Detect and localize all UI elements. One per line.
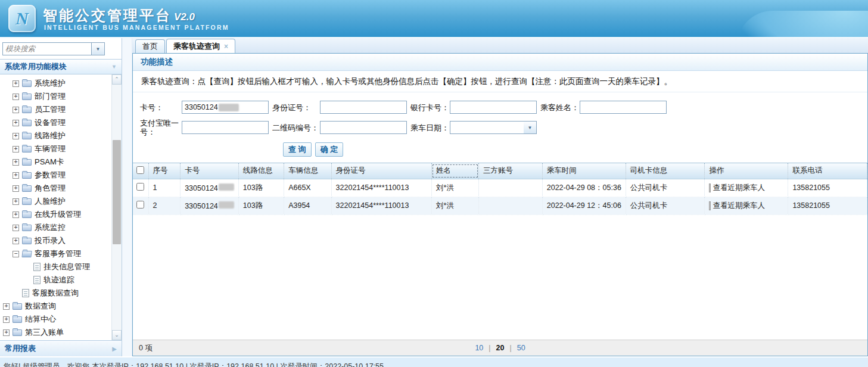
module-search-dropdown-button[interactable]: ▼ <box>92 42 105 55</box>
column-header[interactable]: 序号 <box>148 163 181 179</box>
tree-item[interactable]: +员工管理 <box>0 103 111 116</box>
expand-icon[interactable]: + <box>13 159 19 166</box>
tree-item[interactable]: +参数管理 <box>0 169 111 182</box>
column-header[interactable]: 乘车时间 <box>542 163 626 179</box>
tree-item[interactable]: +人脸维护 <box>0 195 111 208</box>
tree-item[interactable]: +投币录入 <box>0 234 111 247</box>
tree-item[interactable]: +角色管理 <box>0 182 111 195</box>
expand-icon[interactable]: + <box>13 172 19 179</box>
sidebar-splitter[interactable] <box>122 38 132 356</box>
alipay-id-input[interactable] <box>182 121 269 134</box>
tree-item-label[interactable]: 第三入账单 <box>25 327 64 338</box>
tree-item[interactable]: +线路维护 <box>0 129 111 142</box>
expand-icon[interactable]: + <box>13 238 19 244</box>
tab-close-icon[interactable]: × <box>224 42 228 51</box>
tree-item-label[interactable]: 挂失信息管理 <box>43 262 90 272</box>
card-number-input[interactable]: 33050124 <box>182 101 269 114</box>
tab-home[interactable]: 首页 <box>135 39 165 53</box>
tree-item[interactable]: +PSAM卡 <box>0 155 111 169</box>
expand-icon[interactable]: + <box>13 212 19 218</box>
tree-item-label[interactable]: 部门管理 <box>35 91 66 102</box>
id-card-input[interactable] <box>320 101 407 114</box>
page-size-option[interactable]: 10 <box>475 344 483 352</box>
sidebar-section-common-modules[interactable]: 系统常用功能模块 ▼ <box>0 59 122 74</box>
column-header[interactable]: 姓名 <box>431 163 478 179</box>
row-checkbox[interactable] <box>136 183 144 191</box>
column-header[interactable]: 操作 <box>705 163 788 179</box>
select-all-checkbox[interactable] <box>136 166 144 174</box>
ride-date-dropdown-button[interactable]: ▼ <box>524 121 537 134</box>
ride-date-combo[interactable]: ▼ <box>450 121 537 134</box>
scroll-up-icon[interactable]: ⌃ <box>112 74 122 85</box>
tree-item[interactable]: 挂失信息管理 <box>0 260 111 273</box>
column-header[interactable]: 卡号 <box>181 163 239 179</box>
tree-item-label[interactable]: 角色管理 <box>35 183 66 194</box>
scrollbar-thumb[interactable] <box>113 140 121 244</box>
tree-item[interactable]: +设备管理 <box>0 116 111 129</box>
tree-item-label[interactable]: PSAM卡 <box>35 157 64 167</box>
bank-card-input[interactable] <box>450 101 537 114</box>
tree-item-label[interactable]: 线路维护 <box>35 130 66 141</box>
expand-icon[interactable]: + <box>13 133 19 139</box>
tree-item-label[interactable]: 轨迹追踪 <box>43 275 74 285</box>
page-size-option[interactable]: 20 <box>496 344 505 352</box>
tree-item-label[interactable]: 结算中心 <box>25 314 56 325</box>
tree-item-label[interactable]: 客服数据查询 <box>32 288 79 298</box>
column-header[interactable]: 联系电话 <box>788 163 867 179</box>
tree-item-label[interactable]: 人脸维护 <box>35 196 66 207</box>
column-header[interactable]: 线路信息 <box>238 163 284 179</box>
tree-item[interactable]: +在线升级管理 <box>0 208 111 221</box>
tree-scrollbar[interactable]: ⌃ ⌄ <box>111 74 122 340</box>
scroll-down-icon[interactable]: ⌄ <box>112 330 122 340</box>
page-size-option[interactable]: 50 <box>517 344 525 352</box>
table-row[interactable]: 133050124103路A665X322021454****110013刘*洪… <box>133 179 867 197</box>
column-header[interactable]: 身份证号 <box>331 163 431 179</box>
expand-icon[interactable]: + <box>3 316 10 323</box>
expand-icon[interactable]: + <box>13 225 19 231</box>
expand-icon[interactable]: + <box>13 80 19 87</box>
expand-icon[interactable]: + <box>13 198 19 205</box>
column-header[interactable]: 三方账号 <box>479 163 543 179</box>
tree-item[interactable]: +车辆管理 <box>0 142 111 155</box>
tree-item[interactable]: +数据查询 <box>0 300 111 313</box>
tree-item-label[interactable]: 设备管理 <box>35 117 66 128</box>
tree-item-label[interactable]: 投币录入 <box>35 235 66 246</box>
collapse-arrow-icon[interactable]: ▼ <box>111 64 117 70</box>
column-header[interactable]: 司机卡信息 <box>626 163 705 179</box>
tree-item-label[interactable]: 数据查询 <box>25 301 56 312</box>
expand-icon[interactable]: + <box>3 329 10 336</box>
confirm-button[interactable]: 确 定 <box>315 142 344 157</box>
tree-item[interactable]: 轨迹追踪 <box>0 273 111 287</box>
view-recent-passengers-link[interactable]: 查看近期乘车人 <box>709 183 783 193</box>
expand-icon[interactable]: + <box>13 107 19 113</box>
tree-item[interactable]: +系统维护 <box>0 77 111 90</box>
collapse-icon[interactable]: − <box>13 251 19 257</box>
tree-item-label[interactable]: 系统维护 <box>35 78 66 89</box>
tree-item-label[interactable]: 员工管理 <box>35 104 66 115</box>
tree-item-label[interactable]: 客服事务管理 <box>35 248 81 259</box>
module-search-input[interactable] <box>2 42 92 55</box>
expand-icon[interactable]: + <box>13 120 19 126</box>
tree-item-label[interactable]: 系统监控 <box>35 222 66 233</box>
query-button[interactable]: 查 询 <box>283 142 312 157</box>
tree-item-label[interactable]: 参数管理 <box>35 170 66 181</box>
tree-item-label[interactable]: 车辆管理 <box>35 144 66 154</box>
row-checkbox[interactable] <box>136 201 144 209</box>
table-row[interactable]: 233050124103路A3954322021454****110013刘*洪… <box>133 197 867 214</box>
qr-code-input[interactable] <box>320 121 407 134</box>
tree-item[interactable]: 客服数据查询 <box>0 287 111 300</box>
passenger-name-input[interactable] <box>580 101 667 114</box>
tree-item[interactable]: +第三入账单 <box>0 326 111 339</box>
tree-item[interactable]: −客服事务管理 <box>0 247 111 260</box>
tree-item[interactable]: +系统监控 <box>0 221 111 234</box>
tab-passenger-track-query[interactable]: 乘客轨迹查询 × <box>166 39 235 53</box>
view-recent-passengers-link[interactable]: 查看近期乘车人 <box>709 201 783 211</box>
expand-icon[interactable]: + <box>13 94 19 100</box>
tree-item-label[interactable]: 在线升级管理 <box>35 209 81 220</box>
column-header[interactable]: 车辆信息 <box>284 163 331 179</box>
ride-date-input[interactable] <box>450 121 524 134</box>
expand-icon[interactable]: + <box>3 303 10 310</box>
expand-icon[interactable]: + <box>13 146 19 153</box>
tree-item[interactable]: +部门管理 <box>0 90 111 103</box>
expand-icon[interactable]: + <box>13 185 19 192</box>
